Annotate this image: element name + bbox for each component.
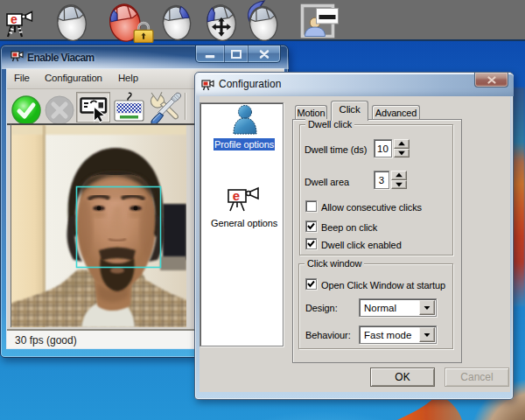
svg-text:e: e <box>10 12 18 26</box>
svg-text:e: e <box>233 188 240 203</box>
